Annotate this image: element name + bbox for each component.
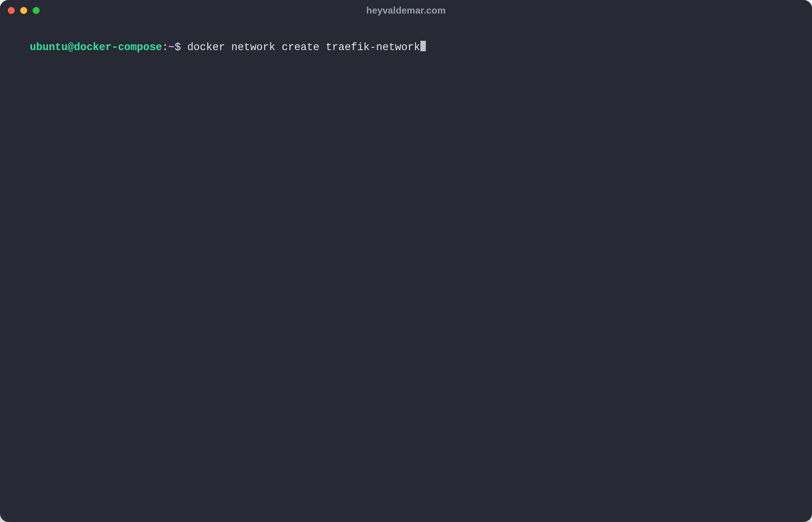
terminal-body[interactable]: ubuntu@docker-compose:~$ docker network … (0, 21, 812, 522)
prompt-path: ~ (168, 42, 174, 53)
prompt-user-host: ubuntu@docker-compose (30, 42, 162, 53)
titlebar: heyvaldemar.com (0, 0, 812, 21)
command-text: docker network create traefik-network (187, 42, 420, 53)
prompt-space (181, 42, 187, 53)
cursor-block-icon (420, 41, 426, 51)
minimize-icon[interactable] (20, 7, 27, 14)
prompt-separator: : (162, 42, 168, 53)
terminal-window: heyvaldemar.com ubuntu@docker-compose:~$… (0, 0, 812, 522)
traffic-lights (8, 7, 40, 14)
prompt-symbol: $ (174, 42, 181, 53)
window-title: heyvaldemar.com (366, 5, 446, 16)
maximize-icon[interactable] (33, 7, 40, 14)
close-icon[interactable] (8, 7, 15, 14)
prompt-line: ubuntu@docker-compose:~$ docker network … (30, 42, 426, 53)
